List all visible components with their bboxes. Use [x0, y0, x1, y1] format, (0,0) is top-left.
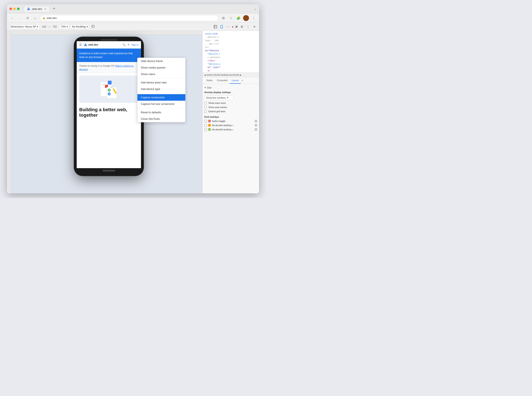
menu-item-close-devtools[interactable]: Close DevTools	[137, 116, 185, 122]
overlay3-color-swatch	[208, 128, 211, 131]
forward-button[interactable]: →	[17, 15, 23, 21]
more-options-icon[interactable]: ⋯	[226, 24, 231, 29]
code-line: vsite-side	[203, 32, 258, 36]
new-tab-button[interactable]: +	[51, 6, 57, 12]
menu-item-add-dpr[interactable]: Add device pixel ratio	[137, 79, 185, 86]
overlay1-grid-icon[interactable]	[254, 120, 257, 122]
tab-computed[interactable]: Computed	[215, 77, 230, 84]
bookmark-icon[interactable]: ☆	[228, 15, 234, 21]
browser-window: web.dev ✕ + ⌄ ← → ↺ ⌂ 🔒 web.dev ⧉ ☆ 🧩 ⋮ …	[7, 4, 259, 193]
code-line: 51px; --dev	[203, 39, 258, 42]
menu-divider-3	[137, 108, 185, 108]
overlay2-label: div.devsite-landing-r...	[212, 124, 253, 127]
svg-rect-26	[255, 124, 257, 126]
theme-icon[interactable]: ☀	[127, 43, 130, 46]
show-area-names-checkbox[interactable]	[204, 106, 207, 108]
overlay2-checkbox[interactable]	[204, 124, 207, 127]
extend-grid-lines-checkbox[interactable]	[204, 110, 207, 113]
nav-bar: ← → ↺ ⌂ 🔒 web.dev ⧉ ☆ 🧩 ⋮	[7, 13, 259, 23]
menu-item-hide-device[interactable]: Hide device frame	[137, 58, 185, 64]
tab-more-icon[interactable]: »	[242, 79, 243, 82]
home-button[interactable]: ⌂	[32, 15, 38, 21]
phone-home-button	[103, 170, 115, 172]
maximize-button[interactable]	[17, 8, 20, 10]
open-new-tab-icon[interactable]: ⧉	[220, 15, 226, 21]
overlay2-color-swatch	[208, 124, 211, 127]
tab-title: web.dev	[32, 7, 42, 11]
address-bar[interactable]: 🔒 web.dev	[40, 15, 219, 21]
overlay3-checkbox[interactable]	[204, 128, 207, 131]
extensions-icon[interactable]: 🧩	[236, 15, 241, 21]
tab-bar: web.dev ✕ +	[24, 6, 253, 12]
browser-tab[interactable]: web.dev ✕	[24, 6, 50, 12]
viewport-width: 412	[41, 25, 47, 29]
breadcrumb-arrow: ◀	[204, 74, 206, 76]
devtools-panel: vsite-side --devsite-j 51px; --dev : -4p…	[202, 31, 259, 193]
tab-styles[interactable]: Styles	[204, 77, 215, 84]
phone-device: ☰ web.dev 🔍 ☀ Sign in	[74, 37, 144, 176]
webdev-nav: ☰ web.dev 🔍 ☀ Sign in	[77, 41, 141, 49]
grid-overlay-button-toggle: button.toggle	[204, 119, 257, 123]
menu-item-capture-full[interactable]: Capture full size screenshot	[137, 101, 185, 107]
devtools-more-icon[interactable]: ⋮	[246, 24, 251, 29]
code-line: : -4px;">>c	[203, 42, 258, 46]
overlay1-color-swatch	[208, 120, 211, 122]
menu-item-reset-defaults[interactable]: Reset to defaults	[137, 109, 185, 116]
search-icon[interactable]: 🔍	[122, 43, 126, 46]
overlay3-grid-icon[interactable]	[254, 128, 257, 131]
menu-item-capture-screenshot[interactable]: Capture screenshot	[137, 94, 185, 101]
close-button[interactable]	[9, 8, 12, 10]
overlay2-grid-icon[interactable]	[254, 124, 257, 127]
reload-button[interactable]: ↺	[25, 15, 30, 21]
back-button[interactable]: ←	[9, 15, 15, 21]
grid-overlays-header: Grid overlays	[204, 114, 257, 119]
html-code-area: vsite-side --devsite-j 51px; --dev : -4p…	[202, 31, 259, 73]
browser-menu-icon[interactable]: ⋮	[251, 15, 257, 21]
menu-item-show-media[interactable]: Show media queries	[137, 64, 185, 71]
title-bar: web.dev ✕ + ⌄	[7, 4, 259, 13]
devtools-settings-icon[interactable]: ⚙	[239, 24, 244, 29]
tab-layout[interactable]: Layout	[230, 77, 241, 84]
overlay3-label: div.devsite-landing-r...	[212, 128, 253, 131]
recording-stop-icon[interactable]: ●	[232, 25, 233, 28]
inspect-element-icon[interactable]	[213, 24, 218, 29]
show-line-numbers-row: Show line numbers ▾	[204, 94, 257, 101]
throttle-select[interactable]: No throttling ▾	[71, 24, 89, 29]
grid-overlay-devsite-1: div.devsite-landing-r...	[204, 123, 257, 127]
show-line-numbers-label: Show line numbers	[206, 96, 226, 99]
throttle-chevron-icon: ▾	[87, 25, 88, 28]
rotate-icon[interactable]	[91, 24, 96, 29]
throttle-label: No throttling	[72, 25, 86, 28]
show-line-numbers-dropdown[interactable]: Show line numbers ▾	[204, 95, 234, 100]
element-breadcrumb[interactable]: ◀ section.devsite-landing-row.devsite ▶	[202, 73, 259, 77]
hamburger-icon[interactable]: ☰	[79, 43, 82, 47]
traffic-lights	[9, 8, 20, 10]
menu-item-add-device-type[interactable]: Add device type	[137, 86, 185, 92]
devtools-close-icon[interactable]: ✕	[252, 24, 257, 29]
recording-square-icon[interactable]: ■	[235, 25, 238, 28]
sign-in-link[interactable]: Sign in	[131, 44, 139, 46]
ruler-vertical	[7, 31, 11, 193]
window-chevron-icon[interactable]: ⌄	[254, 7, 257, 10]
menu-divider-1	[137, 78, 185, 78]
svg-point-19	[108, 93, 111, 95]
zoom-select[interactable]: 74% ▾	[59, 24, 69, 29]
menu-item-show-rulers[interactable]: Show rulers	[137, 71, 185, 77]
device-frame-icon[interactable]	[219, 24, 224, 29]
code-line: "devsite-a	[203, 63, 258, 66]
device-select[interactable]: Dimensions: Nexus 6P ▾	[9, 24, 40, 29]
show-area-names-label: Show area names	[208, 106, 227, 108]
minimize-button[interactable]	[13, 8, 16, 10]
zoom-chevron-icon: ▾	[67, 25, 68, 28]
profile-avatar[interactable]	[243, 15, 249, 21]
device-chevron-icon: ▾	[37, 25, 38, 28]
tab-close-icon[interactable]: ✕	[44, 7, 47, 10]
overlay1-checkbox[interactable]	[204, 120, 207, 122]
address-text: web.dev	[47, 16, 57, 20]
grid-section-header[interactable]: ▼ Grid	[204, 86, 257, 90]
code-line: "devsite-t	[203, 52, 258, 56]
code-line: nt>	[203, 46, 258, 49]
context-menu: Hide device frame Show media queries Sho…	[137, 58, 185, 122]
show-track-sizes-checkbox[interactable]	[204, 102, 207, 104]
show-track-sizes-label: Show track sizes	[208, 102, 226, 104]
